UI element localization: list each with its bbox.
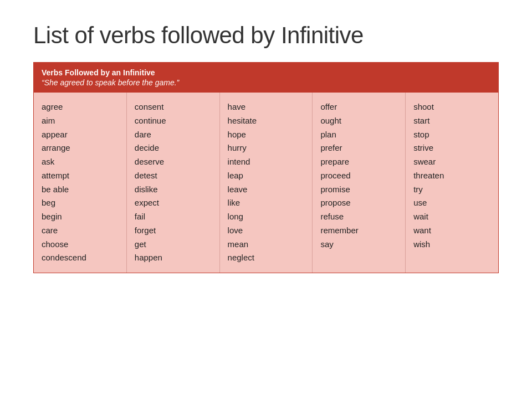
table-cell-word: forget	[135, 224, 212, 238]
table-cell-word: fail	[135, 210, 212, 224]
table-cell-word: stop	[413, 128, 490, 142]
table-cell-word: want	[413, 224, 490, 238]
table-cell-word: agree	[42, 100, 119, 114]
table-cell-word: happen	[135, 251, 212, 265]
table-cell-word: threaten	[413, 169, 490, 183]
table-col-1: consentcontinuedaredecidedeservedetestdi…	[127, 93, 220, 273]
table-cell-word: hope	[228, 128, 305, 142]
table-cell-word: prepare	[320, 155, 397, 169]
table-cell-word: attempt	[42, 169, 119, 183]
table-cell-word: neglect	[228, 251, 305, 265]
table-cell-word: hesitate	[228, 114, 305, 128]
table-cell-word: expect	[135, 196, 212, 210]
table-cell-word: refuse	[320, 210, 397, 224]
table-col-4: shootstartstopstriveswearthreatentryusew…	[406, 93, 498, 273]
table-body: agreeaimappeararrangeaskattemptbe ablebe…	[34, 93, 498, 273]
header-subtitle: “She agreed to speak before the game.”	[42, 78, 490, 87]
table-cell-word: consent	[135, 100, 212, 114]
table-cell-word: promise	[320, 183, 397, 197]
table-cell-word: decide	[135, 141, 212, 155]
table-cell-word: detest	[135, 169, 212, 183]
table-cell-word: be able	[42, 183, 119, 197]
table-header: Verbs Followed by an Infinitive “She agr…	[34, 63, 498, 93]
header-title: Verbs Followed by an Infinitive	[42, 68, 490, 77]
table-cell-word: offer	[320, 100, 397, 114]
table-cell-word: leap	[228, 169, 305, 183]
table-col-3: offeroughtplanpreferprepareproceedpromis…	[313, 93, 406, 273]
table-cell-word: try	[413, 183, 490, 197]
table-cell-word: leave	[228, 183, 305, 197]
table-cell-word: strive	[413, 141, 490, 155]
table-cell-word: continue	[135, 114, 212, 128]
page-container: List of verbs followed by Infinitive Ver…	[0, 0, 532, 399]
table-cell-word: have	[228, 100, 305, 114]
table-cell-word: choose	[42, 238, 119, 252]
table-cell-word: begin	[42, 210, 119, 224]
table-cell-word: say	[320, 238, 397, 252]
table-cell-word: wait	[413, 210, 490, 224]
table-cell-word: remember	[320, 224, 397, 238]
table-cell-word: proceed	[320, 169, 397, 183]
table-cell-word: propose	[320, 196, 397, 210]
table-cell-word: love	[228, 224, 305, 238]
table-cell-word: ask	[42, 155, 119, 169]
table-cell-word: like	[228, 196, 305, 210]
table-cell-word: beg	[42, 196, 119, 210]
table-cell-word: shoot	[413, 100, 490, 114]
table-cell-word: mean	[228, 238, 305, 252]
table-cell-word: dislike	[135, 183, 212, 197]
table-cell-word: intend	[228, 155, 305, 169]
table-cell-word: appear	[42, 128, 119, 142]
table-cell-word: start	[413, 114, 490, 128]
table-cell-word: swear	[413, 155, 490, 169]
table-cell-word: prefer	[320, 141, 397, 155]
page-title: List of verbs followed by Infinitive	[33, 22, 499, 49]
table-cell-word: deserve	[135, 155, 212, 169]
table-cell-word: care	[42, 224, 119, 238]
table-cell-word: hurry	[228, 141, 305, 155]
table-cell-word: wish	[413, 238, 490, 252]
table-cell-word: condescend	[42, 251, 119, 265]
table-cell-word: get	[135, 238, 212, 252]
table-cell-word: dare	[135, 128, 212, 142]
table-col-0: agreeaimappeararrangeaskattemptbe ablebe…	[34, 93, 127, 273]
table-col-2: havehesitatehopehurryintendleapleavelike…	[220, 93, 313, 273]
table-cell-word: aim	[42, 114, 119, 128]
table-cell-word: ought	[320, 114, 397, 128]
table-cell-word: plan	[320, 128, 397, 142]
table-cell-word: arrange	[42, 141, 119, 155]
table-cell-word: long	[228, 210, 305, 224]
table-cell-word: use	[413, 196, 490, 210]
verb-table: Verbs Followed by an Infinitive “She agr…	[33, 62, 499, 273]
